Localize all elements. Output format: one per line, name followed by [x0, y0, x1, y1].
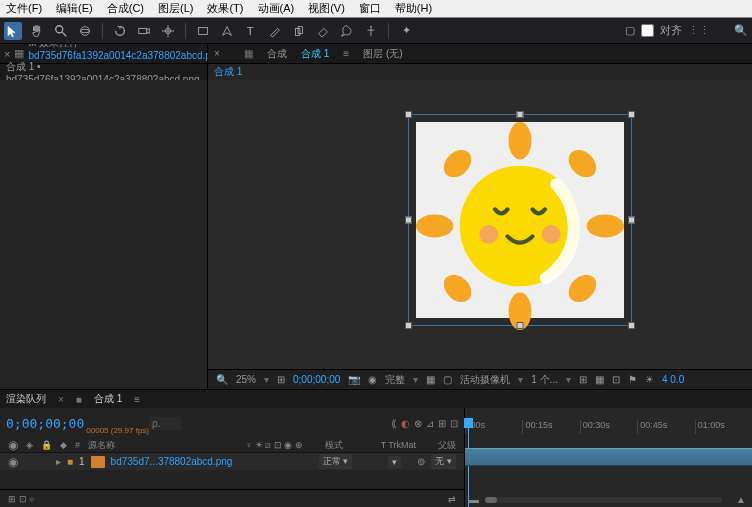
- svg-point-25: [542, 225, 561, 244]
- anchor-tool[interactable]: [159, 22, 177, 40]
- panel-menu-icon[interactable]: ▦: [244, 48, 253, 59]
- rotate-tool[interactable]: [111, 22, 129, 40]
- timeline-tab-comp[interactable]: 合成 1: [94, 392, 122, 406]
- viewer-tab-active[interactable]: 合成 1: [301, 47, 329, 61]
- layer-duration-bar[interactable]: [465, 448, 752, 466]
- rectangle-tool[interactable]: [194, 22, 212, 40]
- menu-composition[interactable]: 合成(C): [107, 1, 144, 16]
- parent-column: 父级: [438, 439, 456, 452]
- menu-edit[interactable]: 编辑(E): [56, 1, 93, 16]
- svg-point-0: [56, 25, 63, 32]
- layer-row[interactable]: ◉ ▸ ■ 1 bd735d7...378802abcd.png 正常 ▾ ▾ …: [0, 452, 464, 470]
- preview-quality-dropdown[interactable]: 完整: [385, 373, 405, 387]
- orbit-tool[interactable]: [76, 22, 94, 40]
- svg-point-12: [370, 25, 372, 27]
- camera-tool[interactable]: [135, 22, 153, 40]
- close-icon[interactable]: ×: [4, 48, 10, 60]
- camera-dropdown[interactable]: 活动摄像机: [460, 373, 510, 387]
- menu-bar: 文件(F) 编辑(E) 合成(C) 图层(L) 效果(T) 动画(A) 视图(V…: [0, 0, 752, 18]
- layer-bounding-box[interactable]: [408, 114, 632, 326]
- timeline-tracks-area[interactable]: .00s 00:15s 00:30s 00:45s 01:00s ▬ ▲: [465, 408, 752, 507]
- search-help-icon[interactable]: 🔍: [734, 24, 748, 37]
- lock-column-icon: 🔒: [41, 440, 52, 450]
- brain-icon[interactable]: ⊡: [450, 418, 458, 429]
- clone-tool[interactable]: [290, 22, 308, 40]
- grid-icon[interactable]: ▦: [426, 374, 435, 385]
- motion-blur-icon[interactable]: ⊗: [414, 418, 422, 429]
- timeline-tab-render[interactable]: 渲染队列: [6, 392, 46, 406]
- switches-columns: ♀ ☀ ⧄ ⊡ ◉ ⊕: [245, 440, 302, 451]
- mode-column: 模式: [325, 439, 343, 452]
- resolution-icon[interactable]: ⊞: [277, 374, 285, 385]
- panel-menu-icon[interactable]: ▦: [14, 47, 24, 60]
- timeline-search[interactable]: [149, 417, 181, 430]
- exposure-icon[interactable]: ☀: [645, 374, 654, 385]
- channels-icon[interactable]: ◉: [368, 374, 377, 385]
- mask-icon[interactable]: ▢: [443, 374, 452, 385]
- draft3d-icon[interactable]: ⊞: [438, 418, 446, 429]
- toggle-switches-icon[interactable]: ⊞ ⊡ ⟐: [8, 494, 34, 504]
- view4-icon[interactable]: ⚑: [628, 374, 637, 385]
- zoom-tool[interactable]: [52, 22, 70, 40]
- pen-tool[interactable]: [218, 22, 236, 40]
- viewer-tab-layer[interactable]: 图层 (无): [363, 47, 402, 61]
- viewer-breadcrumb: 合成 1: [208, 64, 752, 80]
- snap-checkbox[interactable]: [641, 24, 654, 37]
- selection-tool[interactable]: [4, 22, 22, 40]
- frame-blend-icon[interactable]: ◐: [401, 418, 410, 429]
- eraser-tool[interactable]: [314, 22, 332, 40]
- snap-options-icon[interactable]: ⋮⋮: [688, 24, 710, 37]
- visibility-toggle[interactable]: ◉: [8, 455, 18, 469]
- view1-icon[interactable]: ⊞: [579, 374, 587, 385]
- snapshot-icon[interactable]: 📷: [348, 374, 360, 385]
- toggle-modes-button[interactable]: ⇄: [448, 494, 456, 504]
- close-icon[interactable]: ×: [214, 48, 226, 60]
- menu-animation[interactable]: 动画(A): [258, 1, 295, 16]
- parent-dropdown[interactable]: 无 ▾: [431, 454, 456, 469]
- svg-point-15: [509, 122, 532, 159]
- menu-layer[interactable]: 图层(L): [158, 1, 193, 16]
- exposure-value[interactable]: 4 0.0: [662, 374, 684, 385]
- svg-point-17: [416, 215, 453, 238]
- view3-icon[interactable]: ⊡: [612, 374, 620, 385]
- trkmat-dropdown[interactable]: ▾: [388, 456, 401, 468]
- svg-point-22: [563, 269, 601, 307]
- brush-tool[interactable]: [266, 22, 284, 40]
- panel-menu-icon[interactable]: ■: [76, 394, 82, 405]
- hand-tool[interactable]: [28, 22, 46, 40]
- menu-file[interactable]: 文件(F): [6, 1, 42, 16]
- parent-pick-icon[interactable]: ⊚: [417, 456, 425, 467]
- roto-tool[interactable]: [338, 22, 356, 40]
- layer-label-color[interactable]: ■: [67, 456, 73, 467]
- zoom-out-icon[interactable]: ▬: [469, 494, 479, 505]
- views-dropdown[interactable]: 1 个...: [531, 373, 558, 387]
- visibility-column-icon: ◉: [8, 438, 18, 452]
- zoom-in-icon[interactable]: ▲: [736, 494, 746, 505]
- menu-help[interactable]: 帮助(H): [395, 1, 432, 16]
- svg-point-20: [563, 144, 601, 182]
- viewer-tab-comp-label[interactable]: 合成: [267, 47, 287, 61]
- graph-icon[interactable]: ⊿: [426, 418, 434, 429]
- svg-point-2: [81, 26, 90, 35]
- timecode-frames: 00005 (29.97 fps): [86, 426, 149, 435]
- layer-name[interactable]: bd735d7...378802abcd.png: [111, 456, 233, 467]
- snap-label: 对齐: [660, 23, 682, 38]
- menu-view[interactable]: 视图(V): [308, 1, 345, 16]
- toolbar: T ✦ ▢ 对齐 ⋮⋮ 🔍: [0, 18, 752, 44]
- time-display[interactable]: 0;00;00;00: [293, 374, 340, 385]
- magnify-icon[interactable]: 🔍: [216, 374, 228, 385]
- menu-window[interactable]: 窗口: [359, 1, 381, 16]
- expand-icon[interactable]: ▸: [56, 456, 61, 467]
- timeline-zoom-slider[interactable]: [485, 497, 722, 503]
- text-tool[interactable]: T: [242, 22, 260, 40]
- view2-icon[interactable]: ▦: [595, 374, 604, 385]
- canvas[interactable]: [208, 80, 752, 369]
- hide-shy-icon[interactable]: ⟪: [391, 418, 397, 429]
- blend-mode-dropdown[interactable]: 正常 ▾: [319, 454, 353, 469]
- menu-effect[interactable]: 效果(T): [207, 1, 243, 16]
- time-ruler[interactable]: .00s 00:15s 00:30s 00:45s 01:00s: [465, 420, 752, 434]
- zoom-dropdown[interactable]: 25%: [236, 374, 256, 385]
- local-axis-tool[interactable]: ✦: [397, 22, 415, 40]
- puppet-tool[interactable]: [362, 22, 380, 40]
- current-timecode[interactable]: 0;00;00;00: [6, 416, 84, 431]
